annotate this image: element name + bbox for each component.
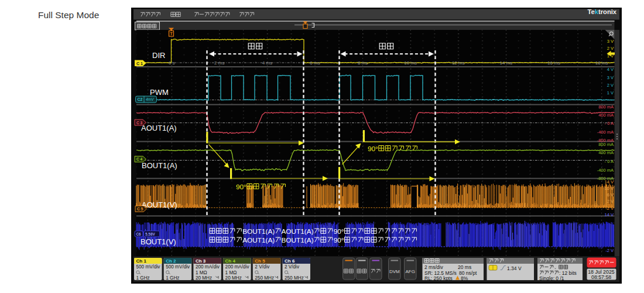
- svg-text:BOUT1(A): BOUT1(A): [242, 227, 275, 236]
- svg-text:400 mA: 400 mA: [598, 150, 614, 155]
- svg-text:AFG: AFG: [406, 269, 415, 274]
- svg-text:C6: C6: [136, 232, 142, 236]
- svg-text:250 MHz: 250 MHz: [285, 275, 304, 281]
- svg-text:12 ms: 12 ms: [452, 60, 465, 66]
- svg-text:AOUT1(A): AOUT1(A): [282, 227, 314, 236]
- svg-text:8 ms: 8 ms: [358, 60, 368, 66]
- svg-text:Full Step Mode: Full Step Mode: [38, 10, 99, 20]
- svg-text:2 ms/div: 2 ms/div: [424, 264, 443, 270]
- svg-text:3 V: 3 V: [607, 39, 614, 44]
- svg-text:200 mA/div: 200 mA/div: [196, 264, 220, 270]
- svg-text:-400 mA: -400 mA: [597, 168, 614, 173]
- svg-text:800 mA: 800 mA: [598, 142, 614, 147]
- svg-text:AOUT1(A): AOUT1(A): [242, 236, 275, 244]
- svg-text:1 GHz: 1 GHz: [136, 275, 150, 281]
- svg-text:18 ms: 18 ms: [595, 60, 608, 66]
- svg-text:1 MΩ: 1 MΩ: [196, 270, 207, 275]
- svg-text:90°: 90°: [334, 227, 344, 236]
- svg-text:Ch 4: Ch 4: [225, 258, 236, 264]
- svg-text:8%: 8%: [461, 275, 468, 281]
- svg-text:800 mA: 800 mA: [598, 104, 614, 110]
- svg-text:250 MHz: 250 MHz: [255, 275, 274, 281]
- svg-text:6 V: 6 V: [607, 192, 614, 197]
- svg-text:Ch 3: Ch 3: [196, 258, 206, 264]
- svg-text:Ch 2: Ch 2: [166, 258, 176, 264]
- svg-text:BOUT1(A): BOUT1(A): [142, 161, 177, 170]
- svg-text:BOUT1(V): BOUT1(V): [141, 237, 176, 246]
- svg-text:400 mA: 400 mA: [598, 113, 614, 118]
- svg-text:tronix: tronix: [598, 8, 617, 15]
- svg-text:2 V: 2 V: [607, 46, 614, 51]
- svg-text:Ch 5: Ch 5: [255, 258, 265, 264]
- svg-text:20 MHz: 20 MHz: [225, 275, 242, 281]
- svg-text:90°: 90°: [368, 145, 378, 153]
- svg-text:C 3: C 3: [136, 121, 143, 125]
- svg-text:14 V: 14 V: [605, 212, 614, 217]
- svg-text:08:57:58: 08:57:58: [591, 274, 611, 280]
- svg-text:20 MHz: 20 MHz: [196, 275, 212, 281]
- svg-text:2 ms: 2 ms: [214, 60, 224, 66]
- svg-text:-400 mA: -400 mA: [597, 130, 614, 135]
- svg-text:90°: 90°: [236, 183, 246, 191]
- svg-text:20 ms: 20 ms: [458, 264, 471, 270]
- svg-text:10 ms: 10 ms: [404, 60, 417, 66]
- svg-text:1 MΩ: 1 MΩ: [225, 270, 237, 275]
- svg-text:Single: 0 /1: Single: 0 /1: [539, 275, 564, 281]
- svg-text:200 mA/div: 200 mA/div: [225, 264, 250, 270]
- svg-text:90°: 90°: [334, 236, 344, 244]
- svg-text:AOUT1(V): AOUT1(V): [142, 200, 177, 209]
- svg-text:2 V/div: 2 V/div: [285, 264, 300, 270]
- svg-text:BOUT1(A): BOUT1(A): [282, 236, 314, 244]
- svg-text:10 V: 10 V: [605, 186, 614, 191]
- svg-text:2 V: 2 V: [607, 83, 614, 88]
- svg-text:-2 V: -2 V: [605, 206, 614, 211]
- svg-text:2 V: 2 V: [607, 199, 614, 204]
- svg-text:0 s: 0 s: [169, 60, 175, 66]
- svg-text:- 0 A: - 0 A: [605, 121, 614, 126]
- svg-text:Te: Te: [588, 8, 595, 15]
- svg-text:4 ms: 4 ms: [262, 60, 272, 66]
- svg-text:1 GHz: 1 GHz: [166, 275, 179, 281]
- svg-text:DVM: DVM: [389, 269, 400, 274]
- svg-text:RL: 250 kpts: RL: 250 kpts: [424, 275, 453, 281]
- svg-text:500 mV/div: 500 mV/div: [136, 264, 161, 270]
- svg-text:C 4: C 4: [136, 157, 143, 161]
- svg-text:AOUT1(A): AOUT1(A): [141, 124, 177, 132]
- svg-text:PWM: PWM: [150, 88, 169, 97]
- svg-text:500 mV/div: 500 mV/div: [166, 264, 190, 270]
- svg-text:6 ms: 6 ms: [310, 60, 320, 66]
- svg-text:Ch 6: Ch 6: [285, 258, 295, 264]
- svg-text:2 V/div: 2 V/div: [255, 264, 270, 270]
- svg-text:14 V: 14 V: [605, 179, 614, 185]
- svg-text:4 V: 4 V: [607, 67, 614, 72]
- svg-text:3 V: 3 V: [607, 75, 614, 80]
- svg-text:4mV: 4mV: [146, 97, 154, 101]
- svg-text:C2: C2: [138, 97, 143, 101]
- svg-text:-2 V: -2 V: [605, 248, 614, 253]
- svg-text:C 5: C 5: [137, 207, 143, 211]
- svg-text:16 ms: 16 ms: [547, 60, 560, 66]
- svg-text:Ch 1: Ch 1: [136, 258, 147, 264]
- svg-text:14 ms: 14 ms: [500, 60, 513, 66]
- svg-text:T: T: [170, 32, 173, 36]
- svg-text:1.34 V: 1.34 V: [507, 265, 522, 271]
- svg-text:5.58V: 5.58V: [145, 232, 155, 236]
- svg-text:DIR: DIR: [152, 51, 165, 60]
- svg-text:1 V: 1 V: [607, 90, 614, 96]
- svg-text:- 0 A: - 0 A: [605, 159, 614, 164]
- svg-text:C 1: C 1: [136, 62, 143, 66]
